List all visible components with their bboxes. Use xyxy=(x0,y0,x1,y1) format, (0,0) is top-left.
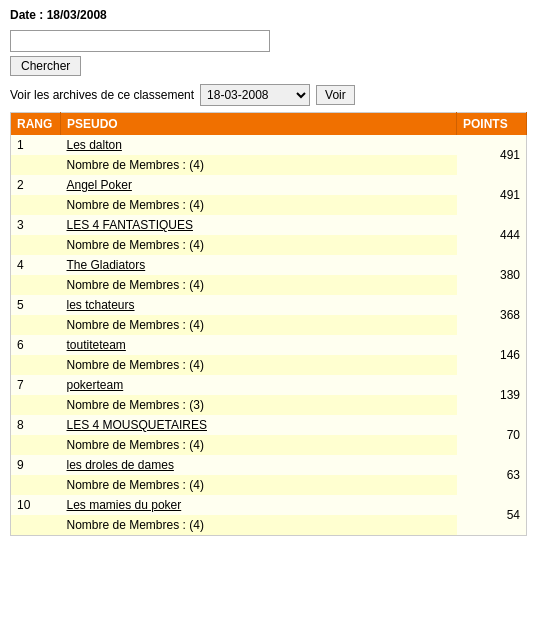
team-name-cell: Les dalton xyxy=(61,135,457,155)
ranking-table: RANG PSEUDO POINTS 1Les dalton491Nombre … xyxy=(10,112,527,536)
rank-cell: 4 xyxy=(11,255,61,275)
team-name-cell: LES 4 FANTASTIQUES xyxy=(61,215,457,235)
rank-cell: 2 xyxy=(11,175,61,195)
table-member-row: Nombre de Membres : (4) xyxy=(11,435,527,455)
empty-rank-cell xyxy=(11,515,61,536)
team-link[interactable]: Les dalton xyxy=(67,138,122,152)
member-count-cell: Nombre de Membres : (4) xyxy=(61,315,457,335)
member-count-cell: Nombre de Membres : (4) xyxy=(61,235,457,255)
empty-rank-cell xyxy=(11,235,61,255)
col-header-rang: RANG xyxy=(11,113,61,136)
empty-rank-cell xyxy=(11,435,61,455)
rank-cell: 5 xyxy=(11,295,61,315)
team-link[interactable]: LES 4 FANTASTIQUES xyxy=(67,218,193,232)
points-cell: 380 xyxy=(457,255,527,295)
table-row: 10Les mamies du poker54 xyxy=(11,495,527,515)
team-name-cell: LES 4 MOUSQUETAIRES xyxy=(61,415,457,435)
search-button[interactable]: Chercher xyxy=(10,56,81,76)
member-count-cell: Nombre de Membres : (4) xyxy=(61,435,457,455)
rank-cell: 6 xyxy=(11,335,61,355)
team-name-cell: pokerteam xyxy=(61,375,457,395)
member-count-cell: Nombre de Membres : (4) xyxy=(61,195,457,215)
table-member-row: Nombre de Membres : (4) xyxy=(11,195,527,215)
team-link[interactable]: les droles de dames xyxy=(67,458,174,472)
team-name-cell: Les mamies du poker xyxy=(61,495,457,515)
archive-select[interactable]: 18-03-2008 11-03-2008 04-03-2008 25-02-2… xyxy=(200,84,310,106)
points-cell: 63 xyxy=(457,455,527,495)
table-member-row: Nombre de Membres : (4) xyxy=(11,355,527,375)
table-row: 3LES 4 FANTASTIQUES444 xyxy=(11,215,527,235)
team-link[interactable]: pokerteam xyxy=(67,378,124,392)
member-count-cell: Nombre de Membres : (4) xyxy=(61,355,457,375)
table-row: 4The Gladiators380 xyxy=(11,255,527,275)
points-cell: 70 xyxy=(457,415,527,455)
col-header-points: POINTS xyxy=(457,113,527,136)
rank-cell: 3 xyxy=(11,215,61,235)
points-cell: 491 xyxy=(457,135,527,175)
member-count-cell: Nombre de Membres : (3) xyxy=(61,395,457,415)
table-row: 8LES 4 MOUSQUETAIRES70 xyxy=(11,415,527,435)
member-count-cell: Nombre de Membres : (4) xyxy=(61,515,457,536)
rank-cell: 9 xyxy=(11,455,61,475)
date-header: Date : 18/03/2008 xyxy=(10,8,527,22)
table-row: 2Angel Poker491 xyxy=(11,175,527,195)
empty-rank-cell xyxy=(11,355,61,375)
empty-rank-cell xyxy=(11,395,61,415)
rank-cell: 10 xyxy=(11,495,61,515)
table-member-row: Nombre de Membres : (4) xyxy=(11,315,527,335)
page-wrapper: Date : 18/03/2008 Chercher Voir les arch… xyxy=(0,0,537,544)
empty-rank-cell xyxy=(11,195,61,215)
points-cell: 54 xyxy=(457,495,527,536)
points-cell: 491 xyxy=(457,175,527,215)
rank-cell: 8 xyxy=(11,415,61,435)
empty-rank-cell xyxy=(11,155,61,175)
col-header-pseudo: PSEUDO xyxy=(61,113,457,136)
empty-rank-cell xyxy=(11,315,61,335)
table-row: 5les tchateurs368 xyxy=(11,295,527,315)
table-member-row: Nombre de Membres : (4) xyxy=(11,515,527,536)
table-member-row: Nombre de Membres : (3) xyxy=(11,395,527,415)
team-link[interactable]: les tchateurs xyxy=(67,298,135,312)
table-row: 6toutiteteam146 xyxy=(11,335,527,355)
points-cell: 444 xyxy=(457,215,527,255)
archive-row: Voir les archives de ce classement 18-03… xyxy=(10,84,527,106)
points-cell: 139 xyxy=(457,375,527,415)
team-name-cell: The Gladiators xyxy=(61,255,457,275)
team-link[interactable]: LES 4 MOUSQUETAIRES xyxy=(67,418,207,432)
table-row: 9les droles de dames63 xyxy=(11,455,527,475)
empty-rank-cell xyxy=(11,275,61,295)
points-cell: 146 xyxy=(457,335,527,375)
table-member-row: Nombre de Membres : (4) xyxy=(11,275,527,295)
member-count-cell: Nombre de Membres : (4) xyxy=(61,275,457,295)
voir-button[interactable]: Voir xyxy=(316,85,355,105)
archive-label: Voir les archives de ce classement xyxy=(10,88,194,102)
team-name-cell: les tchateurs xyxy=(61,295,457,315)
team-name-cell: les droles de dames xyxy=(61,455,457,475)
table-header-row: RANG PSEUDO POINTS xyxy=(11,113,527,136)
team-link[interactable]: toutiteteam xyxy=(67,338,126,352)
table-row: 7pokerteam139 xyxy=(11,375,527,395)
team-link[interactable]: The Gladiators xyxy=(67,258,146,272)
search-section: Chercher xyxy=(10,30,527,76)
team-link[interactable]: Les mamies du poker xyxy=(67,498,182,512)
table-member-row: Nombre de Membres : (4) xyxy=(11,475,527,495)
team-link[interactable]: Angel Poker xyxy=(67,178,132,192)
rank-cell: 1 xyxy=(11,135,61,155)
team-name-cell: toutiteteam xyxy=(61,335,457,355)
member-count-cell: Nombre de Membres : (4) xyxy=(61,155,457,175)
empty-rank-cell xyxy=(11,475,61,495)
rank-cell: 7 xyxy=(11,375,61,395)
table-member-row: Nombre de Membres : (4) xyxy=(11,155,527,175)
table-member-row: Nombre de Membres : (4) xyxy=(11,235,527,255)
table-row: 1Les dalton491 xyxy=(11,135,527,155)
points-cell: 368 xyxy=(457,295,527,335)
member-count-cell: Nombre de Membres : (4) xyxy=(61,475,457,495)
search-input[interactable] xyxy=(10,30,270,52)
team-name-cell: Angel Poker xyxy=(61,175,457,195)
